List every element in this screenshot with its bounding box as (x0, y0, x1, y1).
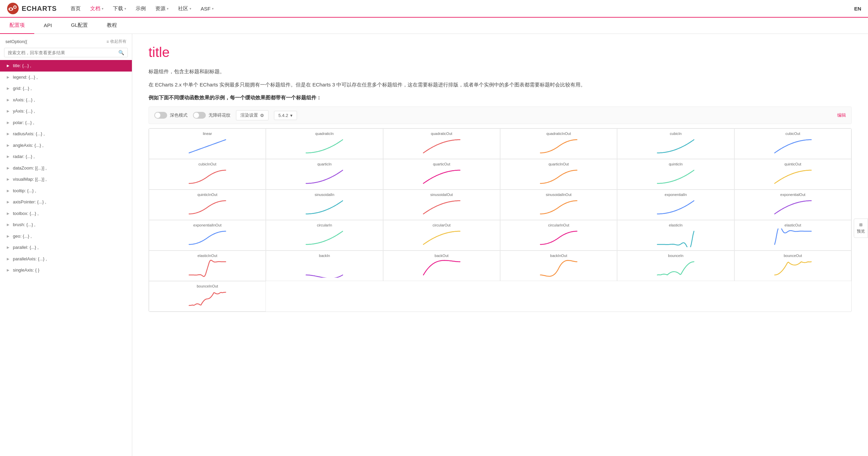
easing-svg-sinusoidalOut (385, 198, 498, 217)
sidebar-chevron-9: ▶ (7, 165, 11, 171)
tab-api[interactable]: API (34, 18, 61, 34)
nav-asf-chevron: ▾ (212, 7, 214, 11)
sidebar-item-18[interactable]: ▶singleAxis: { } (0, 264, 132, 276)
easing-cell-quinticIn: quinticIn (617, 159, 734, 190)
sidebar-chevron-11: ▶ (7, 188, 11, 193)
easing-label-backInOut: backInOut (550, 254, 567, 258)
sub-nav: 配置项 API GL配置 教程 (0, 18, 868, 34)
sidebar-item-5[interactable]: ▶polar: {...} , (0, 117, 132, 128)
barrier-toggle[interactable] (193, 112, 206, 119)
sidebar: setOption({ ≡ 收起所有 🔍 ▶title: {...} ,▶leg… (0, 34, 132, 456)
easing-cell-cubicOut: cubicOut (734, 128, 851, 159)
sidebar-chevron-8: ▶ (7, 154, 11, 159)
nav-community-chevron: ▾ (190, 7, 191, 11)
tab-gl[interactable]: GL配置 (61, 18, 97, 34)
sidebar-item-13[interactable]: ▶toolbox: {...} , (0, 208, 132, 219)
sidebar-item-17[interactable]: ▶parallelAxis: {...} , (0, 253, 132, 265)
easing-svg-circularOut (385, 229, 498, 247)
sidebar-item-8[interactable]: ▶radar: {...} , (0, 151, 132, 162)
nav-docs[interactable]: 文档 ▾ (90, 5, 103, 12)
lang-switch[interactable]: EN (854, 6, 861, 12)
easing-svg-quinticOut (736, 167, 850, 186)
easing-label-backIn: backIn (319, 254, 330, 258)
sidebar-item-10[interactable]: ▶visualMap: [{...}] , (0, 174, 132, 185)
nav-download[interactable]: 下载 ▾ (113, 5, 126, 12)
easing-svg-quadraticInOut (502, 137, 615, 156)
easing-label-quinticInOut: quinticInOut (197, 193, 217, 197)
easing-cell-exponentialIn: exponentialIn (617, 190, 734, 220)
easing-svg-quarticOut (385, 167, 498, 186)
svg-point-3 (10, 8, 12, 10)
tab-tutorial[interactable]: 教程 (97, 18, 126, 34)
easing-label-quarticOut: quarticOut (433, 162, 450, 166)
easing-cell-quarticOut: quarticOut (383, 159, 500, 190)
easing-cell-elasticIn: elasticIn (617, 220, 734, 251)
version-select-button[interactable]: 5.4.2 ▾ (274, 111, 297, 120)
preview-button[interactable]: ⊞ 预览 (854, 218, 868, 238)
easing-cell-circularInOut: circularInOut (500, 220, 617, 251)
sidebar-item-4[interactable]: ▶yAxis: {...} , (0, 105, 132, 117)
nav-community[interactable]: 社区 ▾ (178, 5, 191, 12)
sidebar-item-12[interactable]: ▶axisPointer: {...} , (0, 196, 132, 208)
easing-label-bounceOut: bounceOut (784, 254, 802, 258)
nav-home[interactable]: 首页 (71, 5, 81, 12)
example-title: 例如下面不同缓动函数效果的示例，每一个缓动效果图都带有一个标题组件： (149, 95, 852, 101)
sidebar-item-2[interactable]: ▶grid: {...} , (0, 83, 132, 94)
dark-mode-toggle[interactable] (154, 112, 167, 119)
easing-svg-exponentialIn (619, 198, 732, 217)
easing-label-quinticIn: quinticIn (669, 162, 683, 166)
top-nav: ECHARTS 首页 文档 ▾ 下载 ▾ 示例 资源 ▾ 社区 ▾ ASF ▾ … (0, 0, 868, 18)
easing-cell-elasticOut: elasticOut (734, 220, 851, 251)
easing-svg-circularInOut (502, 229, 615, 247)
easing-label-quarticIn: quarticIn (317, 162, 332, 166)
easing-svg-cubicInOut (151, 167, 264, 186)
collapse-all-button[interactable]: ≡ 收起所有 (106, 39, 126, 44)
preview-label: 预览 (857, 228, 865, 234)
sidebar-item-7[interactable]: ▶angleAxis: {...} , (0, 140, 132, 151)
easing-cell-quarticIn: quarticIn (266, 159, 383, 190)
sidebar-item-6[interactable]: ▶radiusAxis: {...} , (0, 128, 132, 140)
nav-asf[interactable]: ASF ▾ (201, 6, 214, 12)
content-area: title 标题组件，包含主标题和副标题。 在 ECharts 2.x 中单个 … (132, 34, 868, 456)
page-title: title (149, 45, 852, 60)
barrier-toggle-wrapper: 无障碍花纹 (193, 112, 231, 119)
easing-label-circularOut: circularOut (433, 223, 451, 227)
set-option-label: setOption({ (5, 39, 27, 44)
easing-cell-quinticInOut: quinticInOut (149, 190, 266, 220)
sidebar-chevron-10: ▶ (7, 177, 11, 182)
sidebar-item-3[interactable]: ▶xAxis: {...} , (0, 94, 132, 106)
easing-cell-exponentialOut: exponentialOut (734, 190, 851, 220)
tab-config[interactable]: 配置项 (0, 18, 34, 34)
sidebar-item-14[interactable]: ▶brush: {...} , (0, 219, 132, 231)
sidebar-item-1[interactable]: ▶legend: {...} , (0, 72, 132, 83)
easing-label-sinusoidalInOut: sinusoidalInOut (546, 193, 572, 197)
sidebar-items: ▶title: {...} ,▶legend: {...} ,▶grid: {.… (0, 60, 132, 276)
sidebar-item-0[interactable]: ▶title: {...} , (0, 60, 132, 72)
easing-cell-quarticInOut: quarticInOut (500, 159, 617, 190)
nav-examples[interactable]: 示例 (136, 5, 146, 12)
easing-cell-circularOut: circularOut (383, 220, 500, 251)
nav-resources[interactable]: 资源 ▾ (155, 5, 169, 12)
search-input[interactable] (8, 50, 118, 55)
sidebar-item-11[interactable]: ▶tooltip: {...} , (0, 185, 132, 197)
easing-svg-linear (151, 137, 264, 156)
easing-cell-quadraticIn: quadraticIn (266, 128, 383, 159)
easing-cell-quadraticInOut: quadraticInOut (500, 128, 617, 159)
easing-svg-quadraticOut (385, 137, 498, 156)
easing-label-quadraticOut: quadraticOut (431, 132, 452, 136)
sidebar-item-16[interactable]: ▶parallel: {...} , (0, 242, 132, 253)
easing-svg-exponentialOut (736, 198, 850, 217)
easing-label-quinticOut: quinticOut (785, 162, 802, 166)
render-settings-button[interactable]: 渲染设置 ⚙ (236, 110, 269, 120)
easing-label-quadraticIn: quadraticIn (315, 132, 334, 136)
sidebar-item-15[interactable]: ▶geo: {...} , (0, 231, 132, 242)
easing-cell-elasticInOut: elasticInOut (149, 251, 266, 281)
sidebar-chevron-13: ▶ (7, 211, 11, 216)
sidebar-chevron-15: ▶ (7, 234, 11, 239)
easing-svg-quarticIn (268, 167, 381, 186)
edit-link[interactable]: 编辑 (837, 112, 846, 118)
sidebar-item-9[interactable]: ▶dataZoom: [{...}] , (0, 162, 132, 174)
easing-label-sinusoidalOut: sinusoidalOut (430, 193, 453, 197)
sidebar-chevron-7: ▶ (7, 143, 11, 148)
logo[interactable]: ECHARTS (7, 2, 57, 15)
